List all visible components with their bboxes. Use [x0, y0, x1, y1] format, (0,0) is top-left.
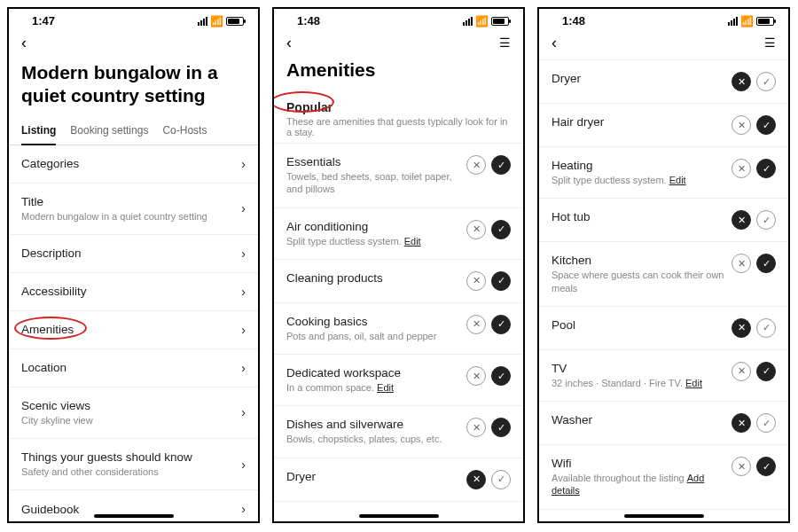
edit-link[interactable]: Edit	[404, 236, 421, 246]
settings-row[interactable]: Description›	[9, 235, 258, 273]
toggle-yes[interactable]: ✓	[756, 413, 776, 433]
toggle-no[interactable]: ✕	[732, 457, 751, 476]
amenity-toggles: ✕✓	[466, 418, 511, 437]
chevron-right-icon: ›	[241, 405, 246, 419]
toggle-no[interactable]: ✕	[466, 155, 486, 175]
amenity-label: Wifi	[552, 457, 724, 470]
wifi-icon: 📶	[740, 15, 754, 27]
chevron-right-icon: ›	[241, 502, 246, 516]
back-button[interactable]: ‹	[552, 35, 557, 51]
clock: 1:47	[32, 14, 55, 27]
settings-row[interactable]: Categories›	[9, 145, 258, 184]
amenity-subtitle: Pots and pans, oil, salt and pepper	[286, 330, 459, 342]
wifi-icon: 📶	[210, 15, 223, 27]
amenity-toggles: ✕✓	[732, 210, 776, 230]
list-view-icon[interactable]: ☰	[499, 35, 511, 50]
toggle-yes[interactable]: ✓	[491, 220, 511, 239]
amenity-toggles: ✕✓	[466, 470, 511, 489]
tab-booking-settings[interactable]: Booking settings	[70, 119, 148, 145]
amenity-label: Cooking basics	[286, 315, 459, 328]
toggle-yes[interactable]: ✓	[756, 318, 776, 338]
section-subtitle: These are amenities that guests typicall…	[286, 116, 511, 137]
amenity-subtitle: 32 inches · Standard · Fire TV. Edit	[552, 377, 724, 389]
nav-row: ‹ ☰	[274, 29, 523, 59]
settings-row[interactable]: TitleModern bungalow in a quiet country …	[9, 184, 258, 235]
amenity-row: Hair dryer✕✓	[539, 104, 788, 147]
settings-row[interactable]: Things your guests should knowSafety and…	[9, 439, 258, 490]
back-button[interactable]: ‹	[21, 35, 27, 51]
battery-icon	[756, 17, 774, 26]
amenity-row: Cleaning products✕✓	[274, 260, 523, 303]
page-title: Amenities	[274, 59, 523, 97]
toggle-no[interactable]: ✕	[466, 366, 486, 386]
toggle-yes[interactable]: ✓	[756, 254, 776, 273]
clock: 1:48	[297, 14, 320, 27]
screen-2-amenities: 1:48 📶 ‹ ☰ Amenities Popular These are a…	[272, 7, 525, 523]
edit-link[interactable]: Edit	[669, 175, 686, 185]
edit-link[interactable]: Edit	[685, 378, 702, 388]
tab-co-hosts[interactable]: Co-Hosts	[162, 119, 207, 145]
signal-icon	[463, 17, 473, 26]
toggle-yes[interactable]: ✓	[756, 210, 776, 230]
toggle-no[interactable]: ✕	[466, 418, 486, 437]
amenity-label: TV	[552, 362, 724, 375]
toggle-no[interactable]: ✕	[732, 254, 751, 273]
amenity-label: Dishes and silverware	[286, 418, 459, 431]
toggle-no[interactable]: ✕	[732, 210, 751, 230]
toggle-no[interactable]: ✕	[732, 115, 751, 135]
toggle-no[interactable]: ✕	[732, 318, 751, 338]
toggle-yes[interactable]: ✓	[491, 470, 511, 489]
settings-row[interactable]: Scenic viewsCity skyline view›	[9, 387, 258, 439]
toggle-no[interactable]: ✕	[466, 315, 486, 334]
toggle-no[interactable]: ✕	[732, 72, 751, 91]
amenity-row: Dishes and silverwareBowls, chopsticks, …	[274, 406, 523, 458]
toggle-yes[interactable]: ✓	[491, 155, 511, 175]
amenity-toggles: ✕✓	[466, 155, 511, 175]
toggle-yes[interactable]: ✓	[491, 366, 511, 386]
toggle-yes[interactable]: ✓	[756, 159, 776, 178]
chevron-right-icon: ›	[241, 285, 246, 299]
toggle-no[interactable]: ✕	[732, 413, 751, 433]
section-popular: Popular These are amenities that guests …	[274, 97, 523, 139]
toggle-yes[interactable]: ✓	[491, 418, 511, 437]
edit-link[interactable]: Edit	[377, 382, 394, 393]
amenity-row: HeatingSplit type ductless system. Edit✕…	[539, 147, 788, 199]
back-button[interactable]: ‹	[286, 35, 292, 51]
toggle-yes[interactable]: ✓	[491, 271, 511, 291]
battery-icon	[491, 17, 509, 26]
screen-3-amenities-cont: 1:48 📶 ‹ ☰ Dryer✕✓Hair dryer✕✓HeatingSpl…	[537, 7, 790, 523]
add-details-link[interactable]: Add details	[552, 473, 704, 496]
amenity-label: Dryer	[286, 470, 459, 483]
amenity-label: Dryer	[552, 72, 724, 85]
toggle-yes[interactable]: ✓	[491, 315, 511, 334]
toggle-yes[interactable]: ✓	[756, 115, 776, 135]
toggle-no[interactable]: ✕	[466, 271, 486, 291]
list-view-icon[interactable]: ☰	[764, 35, 776, 50]
amenities-list: EssentialsTowels, bed sheets, soap, toil…	[274, 143, 523, 521]
toggle-no[interactable]: ✕	[732, 362, 751, 381]
toggle-no[interactable]: ✕	[466, 220, 486, 239]
toggle-yes[interactable]: ✓	[756, 457, 776, 476]
row-subtitle: Modern bungalow in a quiet country setti…	[21, 210, 234, 223]
amenity-toggles: ✕✓	[466, 271, 511, 291]
settings-row[interactable]: Amenities›	[9, 311, 258, 349]
home-indicator	[94, 514, 174, 518]
toggle-no[interactable]: ✕	[466, 470, 486, 489]
toggle-yes[interactable]: ✓	[756, 72, 776, 91]
row-label: Description	[21, 246, 234, 260]
amenity-label: Hair dryer	[552, 115, 724, 129]
tab-listing[interactable]: Listing	[21, 119, 56, 145]
toggle-yes[interactable]: ✓	[756, 362, 776, 381]
amenity-label: Heating	[552, 159, 724, 172]
settings-row[interactable]: Accessibility›	[9, 273, 258, 311]
amenity-label: Pool	[552, 318, 724, 332]
clock: 1:48	[562, 14, 585, 27]
amenity-subtitle: Towels, bed sheets, soap, toilet paper, …	[286, 170, 459, 196]
amenity-toggles: ✕✓	[732, 318, 776, 338]
amenity-toggles: ✕✓	[732, 254, 776, 273]
amenity-toggles: ✕✓	[732, 72, 776, 91]
toggle-no[interactable]: ✕	[732, 159, 751, 178]
settings-row[interactable]: Location›	[9, 349, 258, 387]
settings-list: Categories›TitleModern bungalow in a qui…	[9, 145, 258, 522]
amenity-label: Cleaning products	[286, 271, 459, 285]
